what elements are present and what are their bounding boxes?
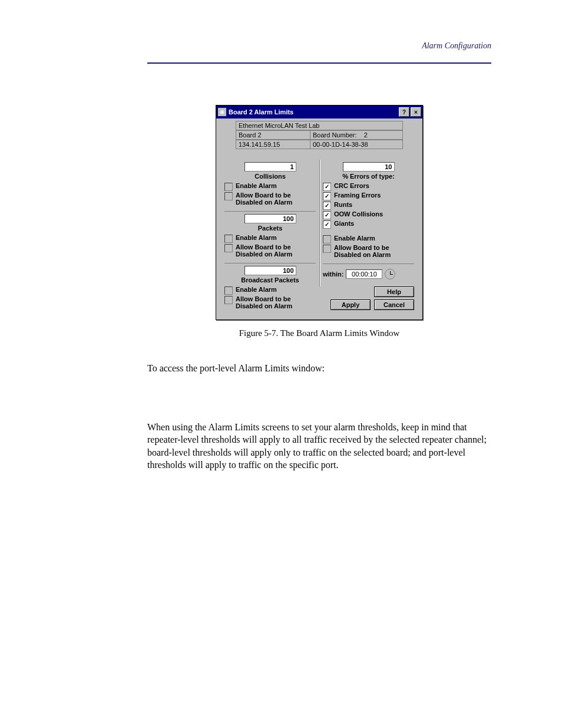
checkbox-icon: ✓ — [323, 192, 331, 200]
checkbox-label: Allow Board to be Disabled on Alarm — [236, 295, 316, 309]
info-mac: 00-00-1D-14-38-38 — [310, 140, 403, 149]
info-ip: 134.141.59.15 — [236, 140, 310, 149]
info-board-right: Board Number: 2 — [310, 130, 403, 140]
header-rule — [147, 62, 491, 64]
help-button[interactable]: Help — [374, 286, 414, 297]
packets-allow-checkbox[interactable]: Allow Board to be Disabled on Alarm — [224, 243, 316, 258]
checkbox-icon — [224, 286, 233, 295]
checkbox-label: Enable Alarm — [236, 182, 277, 189]
broadcast-input[interactable] — [244, 266, 296, 275]
clock-icon[interactable] — [385, 269, 395, 279]
checkbox-label: Framing Errors — [334, 192, 381, 199]
checkbox-icon — [323, 235, 331, 243]
checkbox-icon — [224, 244, 233, 252]
errors-enable-checkbox[interactable]: Enable Alarm — [323, 235, 414, 243]
collisions-input[interactable] — [244, 162, 296, 172]
checkbox-icon — [224, 296, 233, 304]
errors-allow-checkbox[interactable]: Allow Board to be Disabled on Alarm — [323, 244, 414, 258]
checkbox-label: Runts — [334, 201, 352, 208]
paragraph-access: To access the port-level Alarm Limits wi… — [147, 362, 491, 375]
page-header: Alarm Configuration — [147, 41, 491, 51]
app-icon: ✳ — [218, 108, 226, 116]
checkbox-icon: ✓ — [323, 211, 331, 219]
context-help-button[interactable]: ? — [399, 107, 409, 117]
checkbox-label: Allow Board to be Disabled on Alarm — [334, 244, 414, 258]
collisions-label: Collisions — [224, 173, 316, 180]
cancel-button[interactable]: Cancel — [374, 299, 414, 310]
alarm-limits-dialog: ✳ Board 2 Alarm Limits ? × Ethernet Micr… — [216, 105, 423, 320]
checkbox-label: Allow Board to be Disabled on Alarm — [236, 192, 316, 206]
info-lab: Ethernet MicroLAN Test Lab — [236, 121, 403, 130]
checkbox-icon — [323, 245, 331, 253]
checkbox-label: Allow Board to be Disabled on Alarm — [236, 243, 316, 258]
errors-input[interactable] — [343, 162, 395, 172]
broadcast-block: Broadcast Packets Enable Alarm Allow Boa… — [224, 263, 316, 315]
errors-label: % Errors of type: — [323, 173, 414, 180]
left-column: Collisions Enable Alarm Allow Board to b… — [221, 160, 319, 315]
checkbox-label: CRC Errors — [334, 182, 369, 189]
checkbox-label: Giants — [334, 220, 354, 227]
collisions-allow-checkbox[interactable]: Allow Board to be Disabled on Alarm — [224, 192, 316, 206]
titlebar: ✳ Board 2 Alarm Limits ? × — [216, 106, 422, 118]
checkbox-icon: ✓ — [323, 202, 331, 210]
errors-block: % Errors of type: ✓CRC Errors ✓Framing E… — [323, 160, 414, 264]
close-button[interactable]: × — [411, 107, 421, 117]
runts-checkbox[interactable]: ✓Runts — [323, 201, 414, 210]
crc-errors-checkbox[interactable]: ✓CRC Errors — [323, 182, 414, 191]
info-header: Ethernet MicroLAN Test Lab Board 2 Board… — [216, 118, 422, 160]
collisions-enable-checkbox[interactable]: Enable Alarm — [224, 182, 316, 191]
broadcast-label: Broadcast Packets — [224, 276, 316, 284]
broadcast-enable-checkbox[interactable]: Enable Alarm — [224, 286, 316, 295]
oow-collisions-checkbox[interactable]: ✓OOW Collisions — [323, 210, 414, 219]
dialog-body: Collisions Enable Alarm Allow Board to b… — [216, 160, 422, 319]
within-block: within: Help Apply Cancel — [323, 264, 414, 315]
apply-button[interactable]: Apply — [330, 299, 371, 310]
packets-enable-checkbox[interactable]: Enable Alarm — [224, 234, 316, 243]
paragraph-thresholds: When using the Alarm Limits screens to s… — [147, 421, 491, 472]
giants-checkbox[interactable]: ✓Giants — [323, 220, 414, 229]
info-board-right-value: 2 — [364, 131, 368, 139]
checkbox-label: Enable Alarm — [236, 286, 277, 293]
packets-input[interactable] — [244, 214, 296, 223]
checkbox-icon — [224, 235, 233, 243]
within-label: within: — [323, 271, 343, 278]
within-input[interactable] — [346, 269, 382, 279]
collisions-block: Collisions Enable Alarm Allow Board to b… — [224, 160, 316, 212]
checkbox-icon — [224, 183, 233, 191]
checkbox-icon: ✓ — [323, 220, 331, 229]
framing-errors-checkbox[interactable]: ✓Framing Errors — [323, 192, 414, 200]
checkbox-label: OOW Collisions — [334, 210, 383, 218]
dialog-figure: ✳ Board 2 Alarm Limits ? × Ethernet Micr… — [147, 105, 491, 320]
window-title: Board 2 Alarm Limits — [229, 108, 398, 116]
page: Alarm Configuration ✳ Board 2 Alarm Limi… — [0, 0, 562, 518]
packets-label: Packets — [224, 225, 316, 232]
figure-caption: Figure 5-7. The Board Alarm Limits Windo… — [147, 328, 491, 338]
packets-block: Packets Enable Alarm Allow Board to be D… — [224, 212, 316, 263]
checkbox-label: Enable Alarm — [236, 234, 277, 241]
broadcast-allow-checkbox[interactable]: Allow Board to be Disabled on Alarm — [224, 295, 316, 309]
right-column: % Errors of type: ✓CRC Errors ✓Framing E… — [319, 160, 418, 315]
checkbox-icon — [224, 192, 233, 200]
info-board-right-label: Board Number: — [313, 131, 357, 139]
info-board-left: Board 2 — [236, 130, 310, 140]
checkbox-icon: ✓ — [323, 183, 331, 191]
column-divider — [319, 160, 320, 286]
checkbox-label: Enable Alarm — [334, 235, 375, 242]
